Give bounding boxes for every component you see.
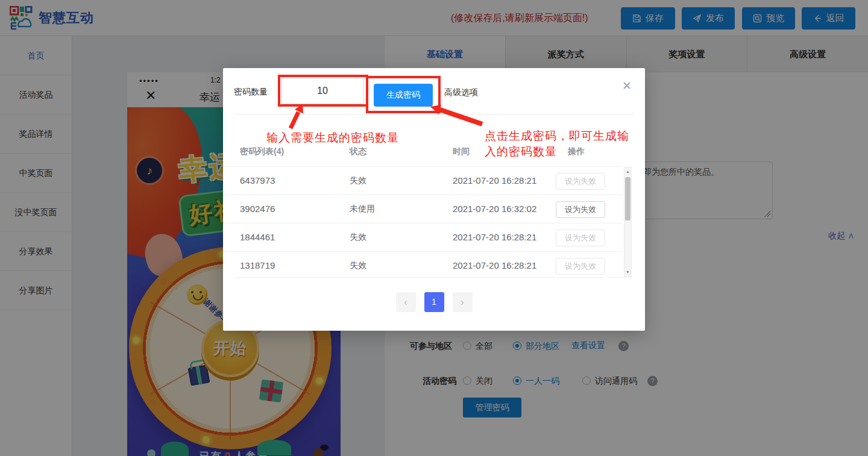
scrollbar-up-arrow[interactable]: ▲ bbox=[624, 167, 631, 176]
password-manager-modal: 密码数量 生成密码 高级选项 ✕ 密码列表(4) 状态 时间 操作 643797… bbox=[223, 68, 645, 331]
password-status: 未使用 bbox=[350, 204, 375, 214]
column-header-status: 状态 bbox=[350, 146, 366, 157]
set-invalid-button[interactable]: 设为失效 bbox=[556, 173, 605, 190]
password-code: 1318719 bbox=[240, 260, 275, 270]
modal-close-icon[interactable]: ✕ bbox=[622, 79, 632, 93]
table-row: 1844461 失效 2021-07-20 16:28:21 设为失效 bbox=[223, 223, 623, 252]
annotation-note-generate: 点击生成密码，即可生成输 入的密码数量 bbox=[485, 128, 653, 160]
column-header-password-list: 密码列表(4) bbox=[240, 146, 284, 157]
password-time: 2021-07-20 16:28:21 bbox=[453, 175, 536, 186]
password-code: 6437973 bbox=[240, 175, 275, 186]
table-row: 6437973 失效 2021-07-20 16:28:21 设为失效 bbox=[223, 167, 623, 195]
set-invalid-button[interactable]: 设为失效 bbox=[556, 201, 605, 218]
password-time: 2021-07-20 16:32:02 bbox=[453, 204, 536, 214]
scrollbar-down-arrow[interactable]: ▼ bbox=[624, 268, 631, 276]
password-time: 2021-07-20 16:28:21 bbox=[453, 232, 536, 242]
password-quantity-label: 密码数量 bbox=[234, 87, 268, 98]
modal-divider bbox=[235, 114, 633, 114]
pagination: ‹ 1 › bbox=[223, 292, 645, 312]
pagination-page-1[interactable]: 1 bbox=[424, 292, 444, 312]
password-status: 失效 bbox=[350, 232, 366, 243]
column-header-time: 时间 bbox=[453, 146, 470, 157]
password-status: 失效 bbox=[350, 175, 366, 186]
generate-password-button[interactable]: 生成密码 bbox=[374, 84, 433, 107]
set-invalid-button[interactable]: 设为失效 bbox=[556, 230, 605, 246]
password-quantity-input[interactable] bbox=[281, 78, 364, 104]
password-status: 失效 bbox=[350, 260, 366, 271]
table-scrollbar[interactable]: ▲ ▼ bbox=[624, 167, 632, 277]
advanced-options-link[interactable]: 高级选项 bbox=[444, 87, 478, 98]
password-time: 2021-07-20 16:28:21 bbox=[453, 260, 536, 270]
scrollbar-thumb[interactable] bbox=[625, 177, 631, 220]
set-invalid-button[interactable]: 设为失效 bbox=[556, 258, 605, 275]
pagination-next-button[interactable]: › bbox=[453, 292, 473, 312]
table-bottom-divider bbox=[235, 277, 623, 278]
table-row: 3902476 未使用 2021-07-20 16:32:02 设为失效 bbox=[223, 195, 623, 223]
pagination-prev-button[interactable]: ‹ bbox=[396, 292, 416, 312]
table-row: 1318719 失效 2021-07-20 16:28:21 设为失效 bbox=[223, 252, 623, 277]
password-code: 3902476 bbox=[240, 204, 275, 214]
password-code: 1844461 bbox=[240, 232, 275, 242]
annotation-note-input: 输入需要生成的密码数量 bbox=[266, 130, 399, 146]
password-table-scroll-area: 6437973 失效 2021-07-20 16:28:21 设为失效 3902… bbox=[223, 166, 623, 277]
